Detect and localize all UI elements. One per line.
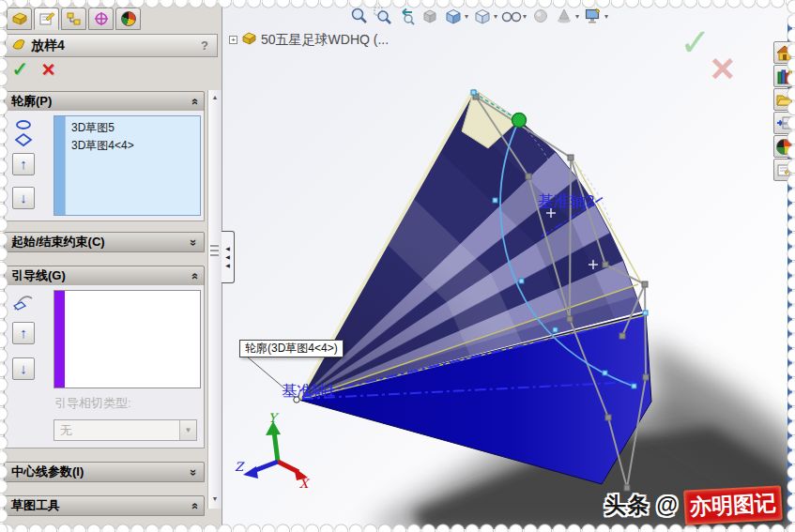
color-sphere-icon	[776, 139, 792, 155]
feature-title: 放样4	[31, 38, 193, 54]
confirmation-ok-icon[interactable]: ✓	[680, 21, 711, 64]
display-style-dropdown-icon[interactable]: ▾	[494, 12, 497, 21]
view-palette-button[interactable]	[773, 112, 795, 134]
section-header-sketch-tools[interactable]: 草图工具 »	[4, 495, 205, 516]
watermark: 头条 @ 亦明图记	[604, 488, 782, 523]
file-explorer-button[interactable]	[773, 88, 795, 111]
scroll-up-icon[interactable]: ▲	[210, 94, 220, 100]
profiles-icon	[13, 118, 34, 152]
feature-title-bar: 放样4 ?	[5, 34, 218, 57]
list-item[interactable]: 3D草图5	[71, 119, 200, 137]
move-profile-up-button[interactable]: ↑	[12, 153, 35, 175]
down-arrow-icon: ↓	[20, 190, 27, 205]
move-guide-down-button[interactable]: ↓	[12, 357, 35, 380]
property-manager-panel: 放样4 ? ✓ × 轮廓(P) » ↑ ↓ 3D草图5 3D草图4<4> 起始/…	[0, 0, 222, 532]
graphics-viewport[interactable]: 亦	[222, 0, 795, 532]
design-library-button[interactable]	[773, 65, 795, 87]
chevron-down-icon[interactable]: »	[187, 238, 201, 245]
section-header-profiles[interactable]: 轮廓(P) »	[4, 91, 205, 112]
section-view-icon[interactable]	[420, 6, 440, 26]
section-label: 起始/结束约束(C)	[11, 234, 105, 251]
profile-tooltip: 轮廓(3D草图4<4>)	[239, 340, 344, 357]
hide-show-items-icon[interactable]	[501, 6, 522, 26]
move-guide-up-button[interactable]: ↑	[12, 322, 35, 344]
feature-tree-root-label[interactable]: 50五星足球WDHQ (...	[261, 32, 389, 49]
chevron-up-icon[interactable]: »	[187, 98, 201, 104]
section-label: 轮廓(P)	[11, 93, 52, 110]
list-item[interactable]: 3D草图4<4>	[71, 137, 200, 155]
help-button[interactable]: ?	[198, 38, 211, 53]
dropdown-value: 无	[54, 422, 179, 439]
ok-button[interactable]: ✓	[11, 59, 28, 80]
previous-view-icon[interactable]	[396, 6, 417, 26]
section-header-centerline-parameters[interactable]: 中心线参数(I) »	[4, 462, 205, 482]
confirm-row: ✓ ×	[11, 59, 54, 80]
section-label: 引导线(G)	[11, 267, 66, 284]
move-profile-down-button[interactable]: ↓	[12, 187, 35, 209]
display-style-icon[interactable]	[472, 6, 493, 26]
display-sphere-icon	[121, 11, 136, 26]
part-icon	[241, 30, 257, 50]
guide-tangency-dropdown[interactable]: 无 ▼	[54, 419, 197, 441]
loft-feature-icon	[11, 37, 26, 54]
zoom-to-area-icon[interactable]	[373, 6, 393, 26]
listbox-selection-strip	[54, 116, 66, 215]
background-watermark: 亦	[486, 199, 618, 377]
view-toolbar: ▾ ▾ ▾ ▾ ▾	[349, 6, 609, 26]
chevron-up-icon[interactable]: »	[187, 502, 201, 509]
section-header-start-end-constraints[interactable]: 起始/结束约束(C) »	[4, 232, 205, 252]
confirmation-cancel-icon[interactable]: ×	[711, 45, 735, 92]
apply-scene-dropdown-icon[interactable]: ▾	[604, 12, 608, 21]
tab-configurationmanager[interactable]	[61, 8, 86, 30]
panel-collapse-tab[interactable]: ◀ ◀ ◀	[222, 231, 235, 283]
solidworks-window: 亦	[0, 0, 795, 532]
view-shadows-dropdown-icon[interactable]: ▾	[575, 12, 579, 21]
section-label: 中心线参数(I)	[11, 464, 84, 480]
collapse-left-icon: ◀	[225, 254, 230, 260]
zoom-to-fit-icon[interactable]	[349, 6, 370, 26]
section-label: 草图工具	[11, 497, 60, 514]
collapse-left-icon: ◀	[225, 246, 230, 251]
scroll-down-icon[interactable]: ▼	[210, 495, 220, 502]
collapse-left-icon: ◀	[225, 263, 230, 268]
tab-propertymanager[interactable]	[34, 8, 59, 30]
feature-tree-root[interactable]: + 50五星足球WDHQ (...	[229, 30, 389, 50]
view-shadows-icon[interactable]	[554, 6, 574, 26]
task-pane-tabs	[773, 41, 795, 181]
guide-curves-listbox[interactable]	[54, 290, 201, 388]
watermark-prefix: 头条 @	[604, 491, 679, 520]
custom-properties-button[interactable]	[773, 159, 795, 181]
splitter-grip[interactable]	[210, 242, 219, 258]
profiles-listbox[interactable]: 3D草图5 3D草图4<4>	[54, 115, 201, 216]
guide-curves-icon	[12, 291, 35, 319]
panel-scrollbar[interactable]	[207, 90, 222, 509]
hide-show-dropdown-icon[interactable]: ▾	[523, 12, 527, 21]
guide-selection-strip	[54, 291, 65, 388]
guide-tangency-label: 引导相切类型:	[54, 395, 131, 412]
apply-scene-icon[interactable]	[583, 6, 604, 26]
chevron-down-icon[interactable]: »	[187, 468, 201, 475]
edit-appearance-icon[interactable]	[530, 6, 551, 26]
down-arrow-icon: ↓	[20, 360, 27, 376]
tree-expander-icon[interactable]: +	[229, 36, 237, 44]
profiles-list: 3D草图5 3D草图4<4>	[66, 116, 200, 215]
up-arrow-icon: ↑	[20, 325, 27, 341]
section-header-guide-curves[interactable]: 引导线(G) »	[4, 266, 205, 286]
tab-displaymanager[interactable]	[115, 8, 141, 30]
up-arrow-icon: ↑	[20, 156, 27, 172]
home-button[interactable]	[773, 41, 795, 64]
cancel-button[interactable]: ×	[41, 59, 54, 80]
view-orientation-dropdown-icon[interactable]: ▾	[465, 12, 468, 21]
tab-dimxpertmanager[interactable]	[88, 8, 114, 30]
manager-tab-bar	[7, 8, 141, 30]
view-orientation-icon[interactable]	[443, 6, 464, 26]
appearances-button[interactable]	[773, 135, 795, 158]
chevron-up-icon[interactable]: »	[187, 272, 201, 279]
dropdown-arrow-icon[interactable]: ▼	[179, 420, 196, 440]
tab-featuremanager[interactable]	[7, 8, 32, 30]
watermark-stamp: 亦明图记	[683, 485, 783, 524]
